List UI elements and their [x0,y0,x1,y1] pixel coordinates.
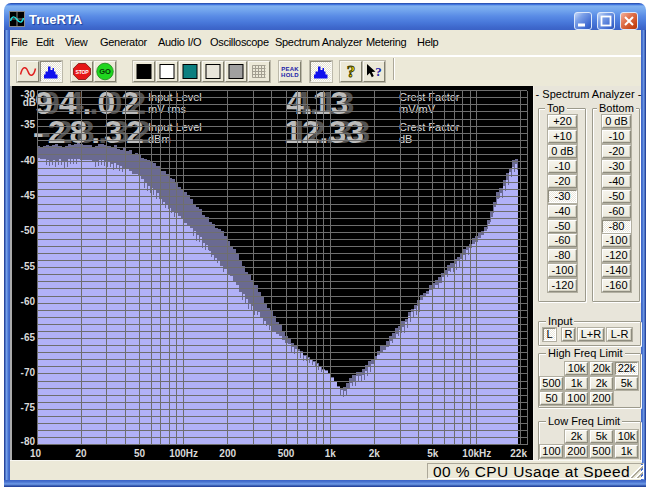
svg-text:?: ? [375,64,382,79]
svg-text:10kHz: 10kHz [462,448,491,459]
svg-text:-40: -40 [21,155,36,166]
svg-text:-50: -50 [21,225,36,236]
svg-text:22k: 22k [510,448,527,459]
svg-text:Input Level: Input Level [148,121,202,133]
svg-text:5k: 5k [427,448,439,459]
svg-text:-80: -80 [21,436,36,447]
svg-text:10: 10 [30,448,42,459]
svg-text:20: 20 [76,448,88,459]
svg-text:-35: -35 [21,119,36,130]
svg-text:Input Level: Input Level [148,91,202,103]
svg-text:500: 500 [278,448,295,459]
svg-text:mV/mV: mV/mV [399,103,436,115]
svg-text:-75: -75 [21,402,36,413]
svg-text:dB: dB [23,97,36,108]
svg-text:50: 50 [134,448,146,459]
svg-text:dB: dB [399,133,412,145]
svg-text:200: 200 [219,448,236,459]
svg-text:Crest Factor: Crest Factor [399,91,460,103]
svg-text:Crest Factor: Crest Factor [399,121,460,133]
svg-text:GO: GO [99,67,111,76]
svg-text:STOP: STOP [76,69,90,75]
svg-text:2k: 2k [369,448,381,459]
svg-text:?: ? [347,62,356,81]
svg-text:-70: -70 [21,367,36,378]
svg-text:-55: -55 [21,261,36,272]
svg-text:-45: -45 [21,190,36,201]
svg-text:mV rms: mV rms [148,103,186,115]
svg-text:100Hz: 100Hz [169,448,198,459]
svg-text:-65: -65 [21,332,36,343]
svg-text:-60: -60 [21,296,36,307]
svg-text:1k: 1k [325,448,337,459]
